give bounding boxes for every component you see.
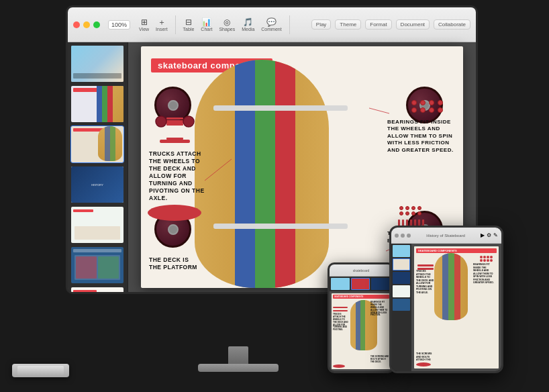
bearings-annotation: BEARINGS FIT INSIDE THE WHEELS AND ALLOW… xyxy=(387,119,458,154)
ipad-thumb-3[interactable] xyxy=(393,272,410,284)
truck-top xyxy=(213,105,348,111)
document-button[interactable]: Document xyxy=(396,19,430,30)
keynote-toolbar: 100% ⊞ View ＋ Insert ⊟ Table 📊 Chart ◎ S… xyxy=(68,7,476,42)
play-button[interactable]: Play xyxy=(311,19,332,30)
trucks-annotation: TRUCKS ATTACH THE WHEELS TO THE DECK AND… xyxy=(149,150,209,202)
slide-panel[interactable]: HISTORY xyxy=(68,42,128,292)
ipad-toolbar-dot-3 xyxy=(407,234,411,238)
svg-rect-5 xyxy=(160,140,190,143)
slide-thumb-7[interactable] xyxy=(70,287,124,292)
slide-thumb-1[interactable] xyxy=(70,45,124,83)
ipad-toolbar-dot-2 xyxy=(401,234,405,238)
format-right-button[interactable]: Format xyxy=(365,19,391,30)
insert-button[interactable]: ＋ Insert xyxy=(154,17,170,32)
svg-rect-2 xyxy=(166,124,183,126)
zoom-control[interactable]: 100% xyxy=(108,20,130,30)
view-button[interactable]: ⊞ View xyxy=(137,17,151,32)
bearings-dots xyxy=(411,100,444,113)
mac-mini xyxy=(12,364,69,377)
chart-button[interactable]: 📊 Chart xyxy=(199,17,214,32)
ipad-title: History of Skateboard xyxy=(413,234,479,238)
slide-thumb-3[interactable] xyxy=(70,126,124,163)
iphone-slide-area: SKATEBOARD COMPONENTS TRUCKS ATTACH THE … xyxy=(330,291,393,371)
skateboard-deck xyxy=(195,60,329,288)
svg-point-4 xyxy=(183,116,194,127)
slide-thumb-2[interactable] xyxy=(70,85,124,123)
iphone-thumbs[interactable] xyxy=(330,277,393,291)
ipad-toolbar-dot-1 xyxy=(395,234,399,238)
deck-stripe-red xyxy=(275,60,295,288)
svg-rect-6 xyxy=(166,138,183,140)
iphone-toolbar: skateboard xyxy=(330,264,393,277)
iphone-slide: SKATEBOARD COMPONENTS TRUCKS ATTACH THE … xyxy=(332,293,391,369)
table-button[interactable]: ⊟ Table xyxy=(181,17,197,32)
traffic-lights xyxy=(73,21,100,28)
ipad-thumb-1[interactable] xyxy=(393,245,410,257)
svg-line-8 xyxy=(369,108,389,113)
iphone-thumb-2[interactable] xyxy=(351,278,370,290)
iphone-title: skateboard xyxy=(332,268,390,273)
ipad-toolbar: History of Skateboard ▶ ⚙ ✎ xyxy=(391,228,501,244)
slide-thumb-5[interactable] xyxy=(70,206,124,244)
svg-rect-1 xyxy=(166,117,183,119)
toolbar-divider-1 xyxy=(175,15,176,34)
iphone-thumb-1[interactable] xyxy=(331,278,350,290)
ipad: History of Skateboard ▶ ⚙ ✎ SKATEBOARD C… xyxy=(389,226,503,373)
toolbar-divider-2 xyxy=(289,15,290,34)
ipad-slide-area: SKATEBOARD COMPONENTS xyxy=(411,244,501,371)
svg-point-3 xyxy=(156,116,166,127)
close-button[interactable] xyxy=(73,21,80,28)
truck-bottom xyxy=(213,224,348,229)
iphone: skateboard SKATEBOARD COMPONENTS xyxy=(328,262,395,373)
comment-button[interactable]: 💬 Comment xyxy=(259,17,283,32)
monitor-stand xyxy=(228,346,248,365)
toolbar-right-controls: Play Theme Format Document Collaborate xyxy=(311,19,470,30)
ipad-thumb-2[interactable] xyxy=(393,258,410,271)
maximize-button[interactable] xyxy=(93,21,100,28)
collaborate-right-button[interactable]: Collaborate xyxy=(434,19,470,30)
iphone-thumb-3[interactable] xyxy=(371,278,390,290)
monitor-base xyxy=(198,364,279,372)
slide-thumb-4[interactable]: HISTORY xyxy=(70,166,124,203)
shapes-button[interactable]: ◎ Shapes xyxy=(217,17,237,32)
deck-stripe-blue xyxy=(235,60,255,288)
ipad-content: SKATEBOARD COMPONENTS xyxy=(391,244,501,371)
ipad-thumbs[interactable] xyxy=(391,244,411,371)
deck-annotation: THE DECK IS THE PLATFORM xyxy=(149,256,203,271)
screws-dots xyxy=(399,206,421,215)
deck-stripe-green xyxy=(255,60,275,288)
truck-icon xyxy=(153,112,197,138)
minimize-button[interactable] xyxy=(83,21,90,28)
slide-thumb-6[interactable] xyxy=(70,246,124,284)
ipad-thumb-5[interactable] xyxy=(393,299,410,311)
media-button[interactable]: 🎵 Media xyxy=(240,17,256,32)
ipad-thumb-4[interactable] xyxy=(393,285,410,297)
iphone-content: SKATEBOARD COMPONENTS TRUCKS ATTACH THE … xyxy=(330,277,393,371)
ipad-slide: SKATEBOARD COMPONENTS xyxy=(414,246,499,369)
theme-button[interactable]: Theme xyxy=(335,19,361,30)
deck-oval xyxy=(148,205,201,221)
